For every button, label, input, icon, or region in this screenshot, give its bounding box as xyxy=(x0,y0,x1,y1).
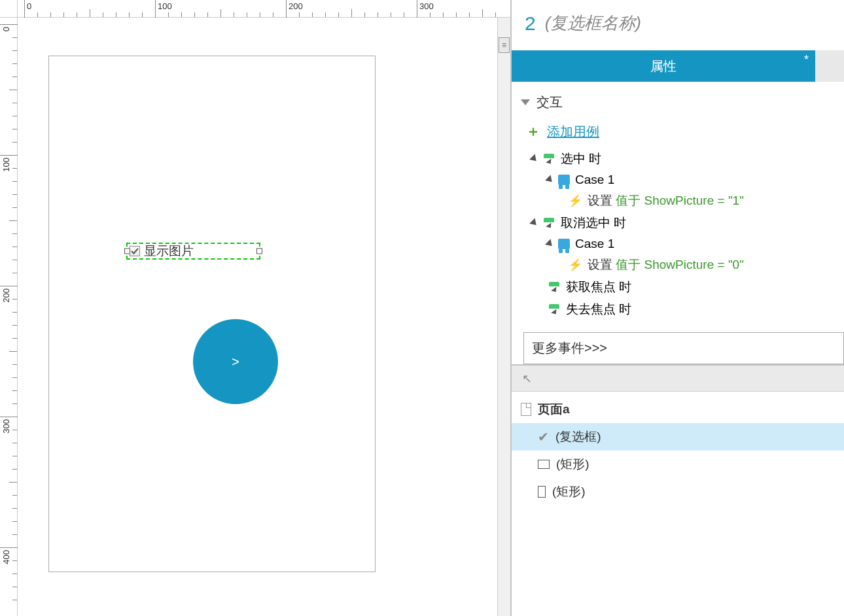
checkbox-widget[interactable]: 显示图片 xyxy=(126,243,260,260)
outline-panel: ↖ 页面a ✔ (复选框) (矩形) (矩形) xyxy=(512,364,844,616)
rect-icon xyxy=(538,460,550,469)
section-interaction-label: 交互 xyxy=(536,94,563,111)
vertical-scrollbar[interactable] xyxy=(497,18,510,616)
tab-bar: 属性 * xyxy=(512,50,844,82)
section-interaction-header[interactable]: 交互 xyxy=(512,82,844,119)
event-on-selected[interactable]: 选中 时 xyxy=(531,148,837,170)
event-on-unselected[interactable]: 取消选中 时 xyxy=(531,212,837,234)
event-icon xyxy=(548,282,561,292)
outline-item-checkbox[interactable]: ✔ (复选框) xyxy=(512,423,844,451)
tree-toggle-icon[interactable] xyxy=(529,154,539,164)
outline-item-label: (矩形) xyxy=(552,483,586,500)
event-icon xyxy=(548,304,561,315)
action-prefix: 设置 xyxy=(588,194,616,207)
rect-icon xyxy=(538,486,546,498)
add-case-row[interactable]: ＋ 添加用例 xyxy=(512,119,844,148)
check-icon: ✔ xyxy=(538,429,549,445)
add-case-link[interactable]: 添加用例 xyxy=(547,123,599,141)
tree-toggle-icon[interactable] xyxy=(545,175,555,185)
canvas-viewport[interactable]: 显示图片 > xyxy=(18,18,497,616)
ruler-horizontal[interactable]: 0100200300 xyxy=(18,0,510,18)
outline-arrow-icon: ↖ xyxy=(522,371,532,386)
checkbox-label: 显示图片 xyxy=(144,243,194,260)
tab-properties-label: 属性 xyxy=(650,58,677,75)
outline-item-rect-2[interactable]: (矩形) xyxy=(512,478,844,505)
outline-item-rect-1[interactable]: (矩形) xyxy=(512,451,844,478)
outline-header[interactable]: ↖ xyxy=(512,366,844,392)
chevron-down-icon xyxy=(521,99,530,105)
event-icon xyxy=(542,218,555,228)
action-value-0: 值于 ShowPicture = "0" xyxy=(616,258,744,271)
action-set-value-0[interactable]: ⚡ 设置 值于 ShowPicture = "0" xyxy=(568,254,837,276)
tree-toggle-icon[interactable] xyxy=(529,218,539,228)
tree-toggle-icon[interactable] xyxy=(545,239,555,249)
selection-handle-left[interactable] xyxy=(124,248,130,254)
case-icon xyxy=(558,175,570,185)
circle-widget[interactable]: > xyxy=(193,319,278,404)
scrollbar-thumb[interactable] xyxy=(499,37,510,53)
action-set-value-1[interactable]: ⚡ 设置 值于 ShowPicture = "1" xyxy=(568,190,837,212)
event-icon xyxy=(542,154,555,164)
case-label: Case 1 xyxy=(575,173,614,187)
more-events-label: 更多事件>>> xyxy=(532,341,607,355)
action-value-1: 值于 ShowPicture = "1" xyxy=(616,194,744,207)
ruler-vertical[interactable]: 0100200300400 xyxy=(0,18,18,616)
event-on-focus-label: 获取焦点 时 xyxy=(566,279,631,296)
page-icon xyxy=(521,403,531,416)
action-prefix: 设置 xyxy=(588,258,616,271)
outline-page[interactable]: 页面a xyxy=(512,396,844,423)
ruler-corner xyxy=(0,0,18,18)
selection-handle-right[interactable] xyxy=(256,248,262,254)
plus-icon: ＋ xyxy=(526,122,540,141)
event-on-blur-label: 失去焦点 时 xyxy=(566,301,631,318)
tab-secondary[interactable] xyxy=(815,50,844,82)
outline-item-label: (复选框) xyxy=(555,428,601,445)
outline-item-label: (矩形) xyxy=(556,456,589,473)
inspector-number: 2 xyxy=(525,12,536,35)
bolt-icon: ⚡ xyxy=(568,258,582,272)
outline-page-name: 页面a xyxy=(538,401,570,418)
case-selected-1[interactable]: Case 1 xyxy=(547,170,837,190)
event-on-selected-label: 选中 时 xyxy=(561,150,601,167)
tab-properties[interactable]: 属性 * xyxy=(512,50,815,82)
canvas-area: 0100200300 0100200300400 显示图片 > xyxy=(0,0,510,616)
case-icon xyxy=(558,239,570,249)
circle-label: > xyxy=(232,354,239,369)
case-label: Case 1 xyxy=(575,237,614,251)
inspector-name-placeholder[interactable]: (复选框名称) xyxy=(545,12,641,35)
interaction-tree: 选中 时 Case 1 ⚡ 设置 值于 ShowPicture = "1" 取消… xyxy=(512,148,844,330)
right-panel: 2 (复选框名称) 属性 * 交互 ＋ 添加用例 选中 时 xyxy=(510,0,844,616)
checkbox-box[interactable] xyxy=(130,246,140,256)
outline-list: 页面a ✔ (复选框) (矩形) (矩形) xyxy=(512,392,844,509)
case-unselected-1[interactable]: Case 1 xyxy=(547,234,837,254)
more-events-button[interactable]: 更多事件>>> xyxy=(523,332,844,364)
event-on-focus[interactable]: 获取焦点 时 xyxy=(531,276,837,298)
inspector-header: 2 (复选框名称) xyxy=(512,0,844,50)
event-on-blur[interactable]: 失去焦点 时 xyxy=(531,298,837,320)
event-on-unselected-label: 取消选中 时 xyxy=(561,214,626,231)
page-artboard[interactable]: 显示图片 > xyxy=(48,56,376,572)
bolt-icon: ⚡ xyxy=(568,194,582,208)
tab-modified-indicator: * xyxy=(804,53,809,67)
